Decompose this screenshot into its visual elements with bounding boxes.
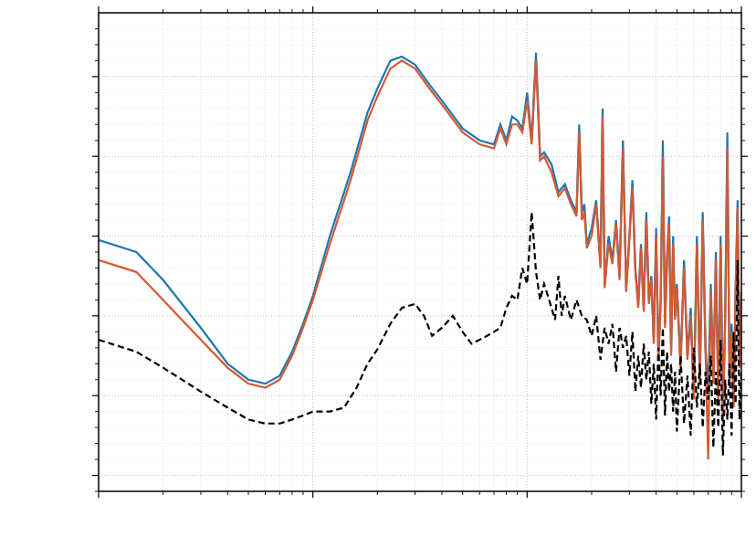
series-group — [99, 53, 741, 459]
line-chart — [0, 0, 756, 537]
series-orange — [99, 60, 741, 459]
